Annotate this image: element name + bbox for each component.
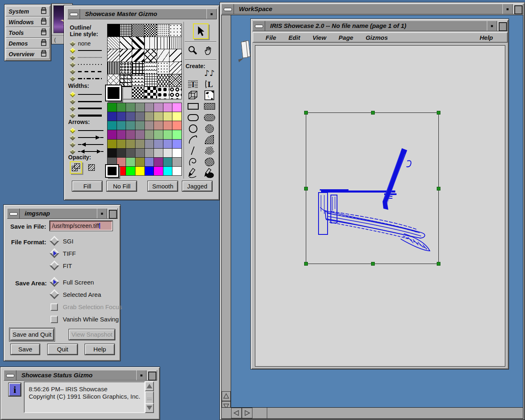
color-swatch-#0f8f8f[interactable] xyxy=(108,121,117,130)
color-swatch-#8f8f2f[interactable] xyxy=(117,140,126,148)
arc-outline-tool[interactable] xyxy=(186,134,200,145)
checkbox-vanish-while-saving[interactable] xyxy=(50,316,58,323)
pattern-hatch-left-wide[interactable] xyxy=(120,37,132,49)
scroll-up-button[interactable] xyxy=(145,381,154,391)
color-swatch-#5a5a5a[interactable] xyxy=(108,158,117,166)
pattern-rings[interactable] xyxy=(170,87,181,99)
view-snapshot-button[interactable]: View Snapshot xyxy=(69,329,115,340)
maximize-button[interactable] xyxy=(512,4,523,14)
pattern-squares-grid[interactable] xyxy=(132,62,144,74)
color-swatch-#ff8fff[interactable] xyxy=(172,103,181,112)
pattern-grid-dots[interactable] xyxy=(157,24,169,37)
pattern-hatch-right-wide[interactable] xyxy=(170,49,181,62)
no-fill-button[interactable]: No Fill xyxy=(107,181,137,191)
pattern-vlines-fine[interactable] xyxy=(170,37,181,49)
color-swatch-#5f8f62[interactable] xyxy=(126,103,135,112)
pattern-checker-med[interactable] xyxy=(144,24,156,37)
pattern-vlines-med[interactable] xyxy=(157,37,169,49)
menu-edit[interactable]: Edit xyxy=(289,34,300,41)
color-swatch-#8f8f4f[interactable] xyxy=(126,140,135,148)
window-menu-button[interactable] xyxy=(97,209,107,218)
format-radio-tiff[interactable] xyxy=(50,248,60,258)
roundrect-filled-tool[interactable] xyxy=(202,112,217,123)
arrow-option-arrow-right[interactable] xyxy=(71,135,112,140)
maximize-button[interactable] xyxy=(146,370,157,380)
minimize-button[interactable] xyxy=(222,4,234,14)
checkbox-grab-selection-focus[interactable] xyxy=(50,303,58,311)
color-swatch-#e2e287[interactable] xyxy=(163,112,172,121)
color-swatch-#a8a8a8[interactable] xyxy=(172,158,181,166)
jagged-button[interactable]: Jagged xyxy=(182,181,212,191)
circle-outline-tool[interactable] xyxy=(186,123,200,134)
color-swatch-#8f8f9f[interactable] xyxy=(145,140,154,148)
color-swatch-#ff00ff[interactable] xyxy=(154,167,163,175)
menu-view[interactable]: View xyxy=(312,34,326,41)
pattern-vlines-wide[interactable] xyxy=(144,37,156,49)
color-swatch-#6f8f7f[interactable] xyxy=(135,121,144,130)
color-swatch-#8f8fbf[interactable] xyxy=(154,140,163,148)
color-swatch-#8f8f6f[interactable] xyxy=(135,140,144,148)
pattern-hlines-dotted[interactable] xyxy=(108,62,119,74)
scroll-left-button[interactable] xyxy=(231,408,242,418)
fill-button[interactable]: Fill xyxy=(72,181,102,191)
color-swatch-#00ffff[interactable] xyxy=(163,167,172,175)
color-swatch-#ffffff[interactable] xyxy=(172,167,181,175)
pattern-scales[interactable] xyxy=(132,74,144,87)
line-style-fine-dotted[interactable] xyxy=(71,55,112,60)
pattern-cubes[interactable] xyxy=(120,74,132,87)
width-option-1[interactable] xyxy=(71,92,112,97)
smooth-button[interactable]: Smooth xyxy=(148,181,178,191)
pattern-dots-large[interactable] xyxy=(157,87,169,99)
color-swatch-#8fdf87[interactable] xyxy=(163,130,172,139)
line-style-dashed[interactable] xyxy=(71,69,112,74)
color-swatch-#8f0f8f[interactable] xyxy=(108,130,117,139)
color-swatch-#55558f[interactable] xyxy=(126,112,135,121)
workspace-horizontal-scrollbar[interactable] xyxy=(222,407,523,418)
menu-help[interactable]: Help xyxy=(479,34,493,41)
pattern-hatch-right-med[interactable] xyxy=(120,49,132,62)
selection-handle[interactable] xyxy=(437,111,440,115)
pattern-dots-square[interactable] xyxy=(157,62,169,74)
format-radio-sgi[interactable] xyxy=(50,236,60,246)
scroll-right-button[interactable] xyxy=(242,408,252,418)
pattern-diag-sparse[interactable] xyxy=(157,49,169,62)
text-block-tool[interactable]: T xyxy=(186,79,200,90)
pattern-checker-small[interactable] xyxy=(132,87,144,99)
color-swatch-#26269f[interactable] xyxy=(108,112,117,121)
color-swatch-#7f8f7f[interactable] xyxy=(135,103,144,112)
color-swatch-#0000ff[interactable] xyxy=(145,167,154,175)
rect-filled-tool[interactable] xyxy=(202,101,217,112)
roundrect-outline-tool[interactable] xyxy=(186,112,200,123)
color-swatch-#4f8f85[interactable] xyxy=(126,121,135,130)
color-swatch-#8f6f8f[interactable] xyxy=(135,130,144,139)
color-swatch-#c2c2c2[interactable] xyxy=(154,149,163,157)
pencil-blob-tool[interactable] xyxy=(202,168,217,178)
window-menu-button[interactable] xyxy=(487,21,497,31)
color-swatch-#9f9f7f[interactable] xyxy=(145,112,154,121)
pattern-hatch-right-thin[interactable] xyxy=(170,62,181,74)
pencil-curve-tool[interactable] xyxy=(186,168,200,178)
selection-handle[interactable] xyxy=(304,111,308,115)
width-option-2[interactable] xyxy=(71,99,112,104)
arrow-option-arrow-both[interactable] xyxy=(71,149,112,154)
opacity-opaque[interactable] xyxy=(70,161,82,174)
circle-filled-tool[interactable] xyxy=(202,123,217,134)
pattern-checker-fine[interactable] xyxy=(132,24,144,37)
area-radio-full-screen[interactable] xyxy=(50,277,60,287)
color-swatch-#8f9f82[interactable] xyxy=(145,130,154,139)
arrow-cursor-tool[interactable] xyxy=(193,23,209,39)
format-radio-fit[interactable] xyxy=(50,261,60,271)
status-scrollbar[interactable] xyxy=(145,381,154,413)
color-swatch-#ff8f80[interactable] xyxy=(172,121,181,130)
window-menu-button[interactable] xyxy=(502,4,512,14)
color-swatch-#0f8f0f[interactable] xyxy=(108,103,117,112)
menu-gizmos[interactable]: Gizmos xyxy=(366,34,388,41)
scroll-up-button[interactable] xyxy=(222,391,231,401)
opacity-transparent[interactable] xyxy=(85,161,98,174)
color-swatch-#bf8f87[interactable] xyxy=(154,121,163,130)
color-swatch-#8f8f30[interactable] xyxy=(135,158,144,166)
color-swatch-#8080d0[interactable] xyxy=(145,158,154,166)
arrow-option-plain[interactable] xyxy=(71,128,112,133)
pattern-chevron[interactable] xyxy=(144,49,156,62)
workspace-vertical-scrollbar[interactable] xyxy=(222,15,231,418)
